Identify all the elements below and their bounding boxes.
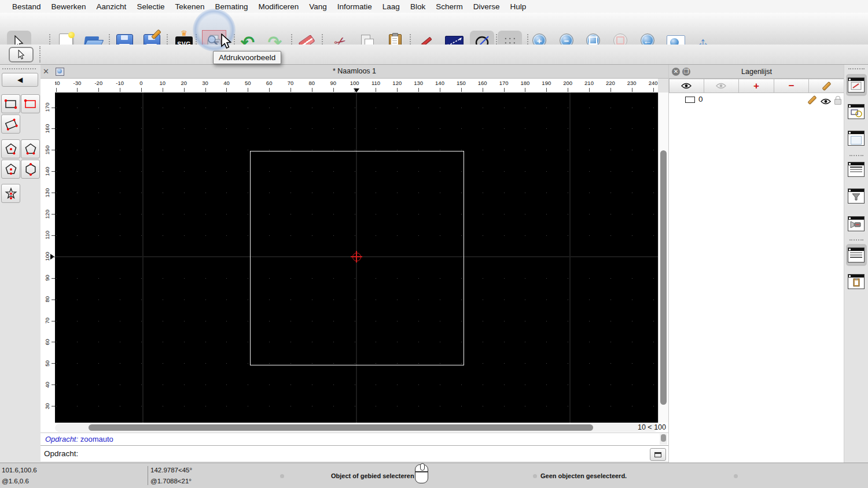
layer-list-widget-button[interactable] <box>848 77 865 93</box>
menu-hulp[interactable]: Hulp <box>505 2 531 11</box>
layer-edit-icon[interactable] <box>807 95 816 105</box>
grid-dot <box>483 406 483 406</box>
remove-layer-button[interactable]: − <box>774 79 810 93</box>
show-all-layers-button[interactable] <box>669 79 704 93</box>
hruler-label: 10 <box>160 80 166 86</box>
hide-all-layers-button[interactable] <box>704 79 740 93</box>
menu-scherm[interactable]: Scherm <box>431 2 468 11</box>
grid-dot <box>184 385 185 385</box>
polygon-center-corner-tool[interactable] <box>1 139 20 158</box>
menu-diverse[interactable]: Diverse <box>468 2 505 11</box>
grid-dot <box>226 108 227 108</box>
grid-dot <box>483 193 483 193</box>
vertical-scrollbar-thumb[interactable] <box>660 150 667 405</box>
drawing-canvas[interactable] <box>55 93 658 423</box>
grid-dot <box>184 108 185 108</box>
history-scrollbar-thumb[interactable] <box>661 434 666 442</box>
grid-dot <box>163 321 163 321</box>
strip-separator <box>849 239 863 241</box>
menu-aanzicht[interactable]: Aanzicht <box>91 2 132 11</box>
grid-dot <box>248 406 248 406</box>
add-layer-button[interactable]: + <box>739 79 774 93</box>
grid-dot <box>226 171 227 172</box>
menu-selectie[interactable]: Selectie <box>131 2 170 11</box>
grid-dot <box>141 278 142 279</box>
dock-drag-handle[interactable] <box>2 68 36 69</box>
command-line-widget-button[interactable] <box>848 247 865 263</box>
grid-dot <box>205 235 206 236</box>
grid-dot <box>163 108 163 108</box>
grid-dot <box>610 150 611 150</box>
layer-list-panel: ✕ ❐ Lagenlijst + − 0 <box>668 65 844 463</box>
polygon-center-tangent-tool[interactable] <box>1 160 20 179</box>
grid-dot <box>98 363 99 364</box>
grid-dot <box>184 278 185 279</box>
menu-modificeren[interactable]: Modificeren <box>253 2 304 11</box>
grid-dot <box>589 193 590 193</box>
filter-widget-button[interactable] <box>848 188 865 204</box>
horizontal-scrollbar-thumb[interactable] <box>89 424 593 431</box>
grid-dot <box>290 385 291 385</box>
grid-dot <box>120 235 120 236</box>
menu-bestand[interactable]: Bestand <box>7 2 46 11</box>
grid-dot <box>504 214 505 215</box>
command-input[interactable] <box>82 448 663 460</box>
menu-blok[interactable]: Blok <box>405 2 431 11</box>
grid-dot <box>525 321 525 321</box>
hruler-tick <box>546 88 547 92</box>
menu-laag[interactable]: Laag <box>377 2 405 11</box>
grid-dot <box>483 128 483 129</box>
hexagon-tool[interactable] <box>21 160 40 179</box>
grid-dot <box>248 235 248 236</box>
menu-bewerken[interactable]: Bewerken <box>46 2 91 11</box>
hruler-label: 150 <box>457 80 466 86</box>
horizontal-scrollbar[interactable] <box>55 424 658 432</box>
cursor-arrow-icon <box>17 50 25 60</box>
menu-informatie[interactable]: Informatie <box>332 2 377 11</box>
menu-vang[interactable]: Vang <box>304 2 332 11</box>
star-tool[interactable] <box>1 184 20 203</box>
tool-options-widget-button[interactable] <box>848 216 865 231</box>
status-dot <box>734 474 738 478</box>
block-list-widget-button[interactable] <box>848 104 865 119</box>
rect-corner-tool[interactable] <box>21 94 40 113</box>
grid-dot <box>397 406 398 406</box>
menu-tekenen[interactable]: Tekenen <box>170 2 209 11</box>
grid-dot <box>184 193 185 193</box>
clipboard-widget-button[interactable] <box>848 274 865 289</box>
grid-dot <box>653 342 654 342</box>
grid-dot <box>184 128 185 129</box>
grid-dot <box>610 300 611 300</box>
grid-dot <box>120 342 120 342</box>
left-tool-dock: ◀ <box>0 65 41 463</box>
grid-dot <box>120 385 120 385</box>
grid-dot <box>504 235 505 236</box>
layer-row[interactable]: 0 <box>669 93 844 106</box>
hruler-label: 60 <box>266 80 273 86</box>
history-scrollbar[interactable] <box>660 434 667 445</box>
grid-dot <box>397 128 398 129</box>
command-options-button[interactable] <box>650 448 666 461</box>
library-widget-button[interactable] <box>848 131 865 146</box>
grid-dot <box>653 406 654 406</box>
command-options-widget-button[interactable] <box>848 162 865 177</box>
grid-dot <box>56 406 57 406</box>
vertical-scrollbar[interactable] <box>658 93 668 423</box>
grid-dot <box>568 300 568 300</box>
grid-dot <box>77 342 78 342</box>
grid-dot <box>163 128 163 129</box>
hruler-tick <box>333 88 334 92</box>
grid-dot <box>546 300 547 300</box>
layer-visibility-icon[interactable] <box>821 97 831 107</box>
select-single-button[interactable] <box>9 47 34 62</box>
rect-3points-tool[interactable] <box>1 114 20 134</box>
rect-2points-tool[interactable] <box>1 94 20 113</box>
layer-lock-icon[interactable] <box>834 99 841 105</box>
tools-back-button[interactable]: ◀ <box>2 73 38 87</box>
strip-drag-handle[interactable] <box>848 68 865 69</box>
list-icon <box>848 167 864 172</box>
edit-layer-button[interactable] <box>809 79 844 93</box>
hruler-tick <box>98 88 99 92</box>
grid-dot <box>525 193 525 193</box>
polygon-2corners-tool[interactable] <box>21 139 40 158</box>
